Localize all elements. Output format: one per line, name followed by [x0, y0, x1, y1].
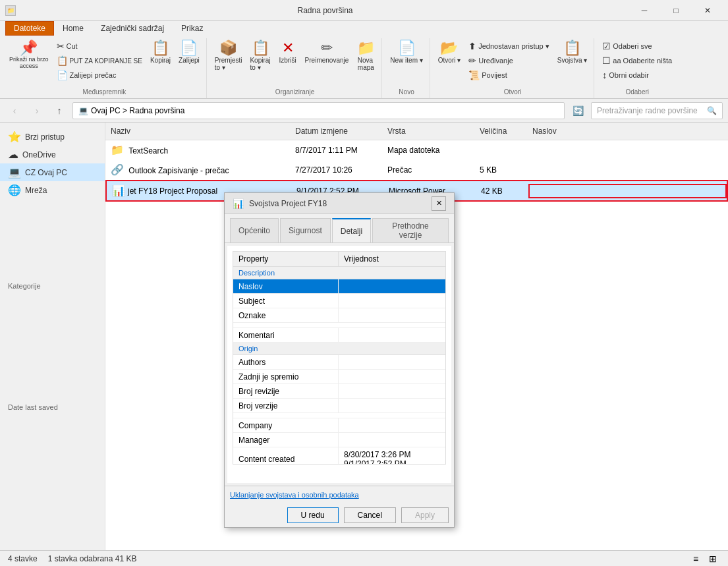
- prop-name-authors: Authors: [233, 355, 339, 369]
- prop-section-description[interactable]: Description: [233, 267, 445, 279]
- prop-spacer: [233, 323, 445, 328]
- prop-value-broj-ver[interactable]: [339, 399, 445, 412]
- prop-name-broj-rev: Broj revizije: [233, 384, 339, 398]
- prop-table-body[interactable]: Description Naslov Subject Oznake Koment…: [233, 267, 446, 465]
- prop-name-manager: Manager: [233, 433, 339, 447]
- prop-value-oznake[interactable]: [339, 308, 445, 322]
- prop-name-naslov: Naslov: [233, 279, 339, 293]
- prop-section-origin[interactable]: Origin: [233, 343, 445, 355]
- col-value: Vrijednost: [339, 252, 445, 266]
- dialog-tabs: Općenito Sigurnost Detalji Prethodne ver…: [225, 214, 454, 243]
- prop-name-zadnji-spremio: Zadnji je spremio: [233, 370, 339, 383]
- dialog-buttons: U redu Cancel Apply: [225, 503, 454, 527]
- list-item[interactable]: Broj revizije: [233, 384, 445, 399]
- content-created-date2: 9/1/2017 2:52 PM: [344, 459, 406, 465]
- prop-value-company[interactable]: [339, 418, 445, 432]
- tab-opcenito[interactable]: Općenito: [230, 218, 279, 242]
- list-item[interactable]: Manager: [233, 433, 445, 447]
- prop-name-komentari: Komentari: [233, 328, 339, 342]
- dialog-titlebar: 📊 Svojstva Project FY18 ✕: [225, 193, 454, 214]
- list-item[interactable]: Subject: [233, 294, 445, 308]
- list-item[interactable]: Zadnji je spremio: [233, 370, 445, 384]
- col-property: Property: [233, 252, 339, 266]
- prop-name-broj-ver: Broj verzije: [233, 399, 339, 412]
- prop-value-komentari[interactable]: [339, 328, 445, 342]
- cancel-button[interactable]: Cancel: [344, 507, 396, 523]
- dialog-title-icon: 📊: [233, 198, 244, 209]
- dialog-body: Property Vrijednost Description Naslov S…: [227, 246, 451, 483]
- prop-value-content-created[interactable]: 8/30/2017 3:26 PM 9/1/2017 2:52 PM: [339, 447, 445, 465]
- tab-prethodne[interactable]: Prethodne verzije: [372, 218, 449, 242]
- remove-properties-link[interactable]: Uklanjanje svojstava i osobnih podataka: [230, 491, 359, 499]
- list-item[interactable]: Oznake: [233, 308, 445, 323]
- prop-value-manager[interactable]: [339, 433, 445, 447]
- dialog-titlebar-left: 📊 Svojstva Project FY18: [233, 198, 327, 209]
- tab-sigurnost[interactable]: Sigurnost: [280, 218, 331, 242]
- tab-detalji[interactable]: Detalji: [332, 218, 371, 242]
- list-item[interactable]: Authors: [233, 355, 445, 370]
- prop-value-authors[interactable]: [339, 355, 445, 369]
- list-item[interactable]: Broj verzije: [233, 399, 445, 413]
- dialog-close-button[interactable]: ✕: [432, 196, 446, 211]
- prop-value-naslov[interactable]: [339, 279, 445, 293]
- dialog-title: Svojstva Project FY18: [249, 199, 327, 208]
- prop-value-subject[interactable]: [339, 294, 445, 308]
- list-item[interactable]: Content created 8/30/2017 3:26 PM 9/1/20…: [233, 447, 445, 465]
- prop-spacer: [233, 413, 445, 418]
- prop-value-broj-rev[interactable]: [339, 384, 445, 398]
- dialog-overlay: 📊 Svojstva Project FY18 ✕ Općenito Sigur…: [0, 0, 728, 566]
- list-item[interactable]: Komentari: [233, 328, 445, 343]
- list-item[interactable]: Company: [233, 418, 445, 433]
- prop-name-company: Company: [233, 418, 339, 432]
- content-created-date1: 8/30/2017 3:26 PM: [344, 450, 410, 459]
- ok-button[interactable]: U redu: [287, 507, 339, 523]
- dialog-footer: Uklanjanje svojstava i osobnih podataka: [225, 486, 454, 503]
- prop-value-zadnji-spremio[interactable]: [339, 370, 445, 383]
- list-item[interactable]: Naslov: [233, 279, 445, 294]
- prop-name-oznake: Oznake: [233, 308, 339, 322]
- prop-name-subject: Subject: [233, 294, 339, 308]
- apply-button[interactable]: Apply: [401, 507, 449, 523]
- prop-name-content-created: Content created: [233, 447, 339, 465]
- properties-dialog: 📊 Svojstva Project FY18 ✕ Općenito Sigur…: [224, 192, 455, 528]
- prop-table-header: Property Vrijednost: [233, 251, 446, 267]
